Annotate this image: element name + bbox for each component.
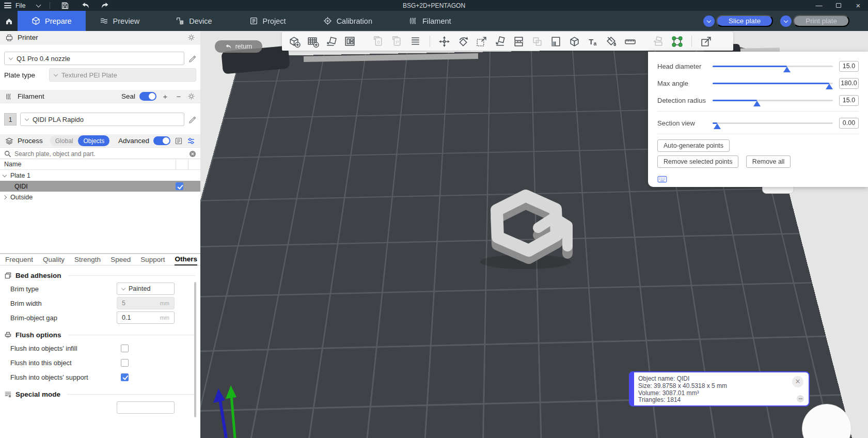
open-panel-icon[interactable]	[698, 34, 714, 49]
section-view-value[interactable]: 0.00	[839, 118, 859, 129]
sidebar-scrollbar[interactable]	[194, 282, 196, 417]
detection-radius-value[interactable]: 15.0	[839, 95, 859, 106]
max-angle-slider[interactable]	[713, 83, 833, 84]
redo-icon[interactable]	[99, 2, 110, 10]
max-angle-value[interactable]: 180.0	[839, 78, 859, 89]
detection-radius-slider[interactable]	[713, 100, 833, 101]
minimize-tooltip-icon[interactable]	[797, 395, 804, 402]
layers-list-icon[interactable]	[407, 34, 423, 49]
minimize-button[interactable]: —	[809, 0, 829, 11]
return-button[interactable]: return	[215, 40, 262, 53]
tab-calibration[interactable]: Calibration	[309, 11, 386, 31]
section-view-slider[interactable]	[713, 122, 833, 124]
remove-all-button[interactable]: Remove all	[746, 155, 791, 168]
filament-preset-select[interactable]: QIDI PLA Rapido	[20, 113, 184, 126]
add-filament-button[interactable]: +	[161, 92, 170, 101]
save-icon[interactable]	[59, 2, 71, 10]
remove-selected-points-button[interactable]: Remove selected points	[657, 155, 738, 168]
filament-slot-badge[interactable]: 1	[4, 113, 17, 126]
mesh-repair-icon[interactable]	[566, 34, 582, 49]
printer-preset-select[interactable]: Q1 Pro 0.4 nozzle	[4, 52, 184, 65]
paste-icon[interactable]: P	[389, 34, 405, 49]
remove-filament-button[interactable]: −	[174, 92, 183, 101]
plate-type-select[interactable]: Textured PEI Plate	[49, 68, 196, 82]
special-mode-select[interactable]	[117, 401, 175, 414]
rotate-icon[interactable]	[455, 34, 471, 49]
tab-filament[interactable]: Filament	[394, 11, 465, 31]
tree-row-outside[interactable]: Outside	[0, 192, 200, 202]
auto-generate-points-button[interactable]: Auto-generate points	[657, 139, 730, 152]
collapse-icon[interactable]	[3, 173, 7, 177]
tab-frequent[interactable]: Frequent	[5, 254, 33, 265]
arrange-icon[interactable]	[342, 34, 358, 49]
tree-row-object[interactable]: QIDI	[0, 181, 200, 192]
object-visible-checkbox[interactable]	[176, 182, 183, 190]
add-text-icon[interactable]: Ta	[585, 34, 601, 49]
add-plate-icon[interactable]	[305, 34, 321, 49]
brim-type-select[interactable]: Painted	[117, 283, 175, 295]
printer-settings-icon[interactable]	[187, 34, 195, 41]
scope-objects[interactable]: Objects	[78, 135, 109, 146]
slider-thumb[interactable]	[714, 123, 721, 129]
slider-thumb[interactable]	[753, 101, 761, 106]
cut-icon[interactable]	[511, 34, 527, 49]
tree-row-plate[interactable]: Plate 1	[0, 170, 200, 181]
flush-support-checkbox[interactable]	[121, 373, 129, 381]
model-object-qidi[interactable]	[474, 183, 582, 274]
tune-icon[interactable]	[187, 137, 195, 145]
color-paint-icon[interactable]	[604, 34, 620, 49]
filament-settings-icon[interactable]	[187, 92, 195, 100]
tab-strength[interactable]: Strength	[74, 254, 101, 265]
head-diameter-slider[interactable]	[713, 66, 833, 67]
move-icon[interactable]	[436, 34, 452, 49]
slice-dropdown[interactable]	[703, 15, 715, 27]
slider-thumb[interactable]	[783, 67, 791, 72]
search-input[interactable]	[14, 150, 186, 158]
variable-layer-height-icon[interactable]	[548, 34, 564, 49]
tab-speed[interactable]: Speed	[111, 254, 131, 265]
seal-toggle[interactable]	[139, 92, 156, 101]
tab-support[interactable]: Support	[140, 254, 165, 265]
scope-global[interactable]: Global	[50, 137, 78, 145]
copy-icon[interactable]: 0	[370, 34, 386, 49]
merge-icon[interactable]	[529, 34, 545, 49]
flush-this-object-checkbox[interactable]	[121, 359, 129, 367]
scale-icon[interactable]	[474, 34, 490, 49]
edit-printer-icon[interactable]	[188, 54, 196, 62]
preset-list-icon[interactable]	[175, 137, 183, 145]
advanced-toggle[interactable]	[153, 136, 170, 145]
brim-width-label: Brim width	[10, 300, 117, 307]
tab-prepare[interactable]: Prepare	[18, 11, 86, 31]
edit-filament-icon[interactable]	[188, 115, 196, 123]
maximize-button[interactable]	[829, 0, 848, 11]
home-button[interactable]	[0, 11, 18, 31]
viewport-3d[interactable]: 0 P Ta return	[200, 31, 868, 438]
slider-thumb[interactable]	[826, 84, 833, 89]
menu-icon[interactable]	[4, 3, 11, 8]
print-dropdown[interactable]	[780, 15, 792, 27]
tab-others[interactable]: Others	[175, 254, 197, 265]
chevron-down-icon[interactable]	[36, 2, 41, 7]
tab-device[interactable]: Device	[162, 11, 226, 31]
flush-infill-checkbox[interactable]	[121, 345, 129, 352]
clear-search-icon[interactable]	[189, 150, 196, 158]
close-tooltip-icon[interactable]: ✕	[792, 376, 803, 387]
print-plate-button[interactable]: Print plate	[793, 15, 849, 27]
brim-gap-input[interactable]: 0.1mm	[117, 311, 175, 324]
tab-preview[interactable]: Preview	[86, 11, 154, 31]
file-menu[interactable]: File	[15, 2, 25, 9]
tab-quality[interactable]: Quality	[43, 254, 65, 265]
auto-orient-icon[interactable]	[323, 34, 339, 49]
add-model-icon[interactable]	[286, 34, 302, 49]
slice-plate-button[interactable]: Slice plate	[716, 15, 773, 27]
seam-paint-icon[interactable]	[669, 34, 685, 49]
head-diameter-value[interactable]: 15.0	[839, 61, 859, 72]
tab-project[interactable]: Project	[235, 11, 300, 31]
support-paint-icon[interactable]	[651, 34, 667, 49]
close-button[interactable]: ×	[848, 0, 868, 11]
expand-icon[interactable]	[3, 195, 7, 199]
undo-icon[interactable]	[80, 2, 91, 10]
keyboard-shortcuts-icon[interactable]	[657, 176, 667, 183]
measure-icon[interactable]	[622, 34, 638, 49]
lay-on-face-icon[interactable]	[492, 34, 508, 49]
